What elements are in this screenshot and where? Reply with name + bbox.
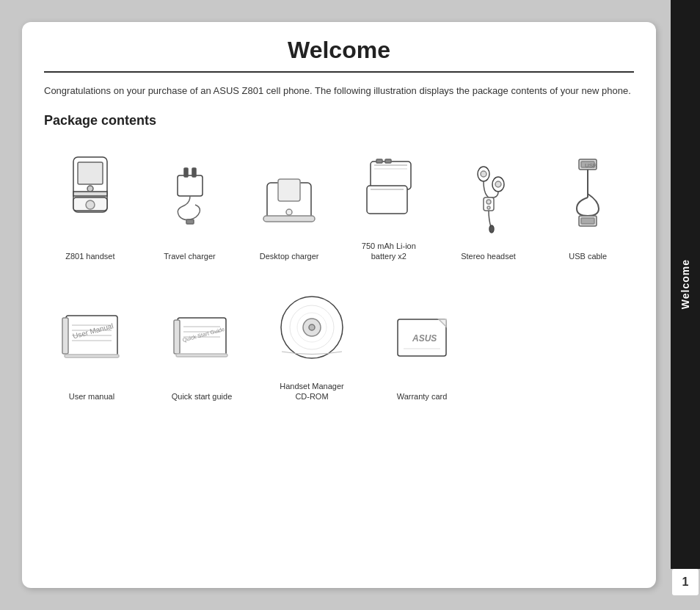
items-row-2: User Manual User manual <box>44 280 634 402</box>
item-label-battery: 750 mAh Li-ionbattery x2 <box>362 241 416 262</box>
page-number-box: 1 <box>672 569 699 595</box>
svg-point-53 <box>309 324 315 330</box>
item-image-z801 <box>44 150 136 245</box>
svg-rect-34 <box>581 218 594 224</box>
item-stereo-headset: Stereo headset <box>442 150 535 261</box>
main-content: Welcome Congratulations on your purchase… <box>0 0 671 610</box>
item-image-usb-cable: USB <box>542 150 634 245</box>
svg-point-14 <box>286 209 292 215</box>
svg-text:USB: USB <box>585 162 597 169</box>
card-inner: Welcome Congratulations on your purchase… <box>22 22 656 443</box>
page-title: Welcome <box>44 37 634 64</box>
item-label-travel-charger: Travel charger <box>164 251 216 261</box>
svg-rect-8 <box>184 168 188 177</box>
svg-point-28 <box>487 206 490 209</box>
item-image-user-manual: User Manual <box>44 290 139 385</box>
svg-rect-20 <box>376 159 382 163</box>
item-cd-rom: Handset ManagerCD-ROM <box>264 280 360 402</box>
svg-point-23 <box>481 171 486 177</box>
svg-rect-50 <box>176 354 227 357</box>
item-image-warranty-card: ASUS <box>374 290 470 385</box>
svg-point-3 <box>87 186 93 192</box>
item-quick-start-guide: Quick Start Guide Quick start guide <box>154 290 249 402</box>
item-z801-handset: Z801 handset <box>44 150 136 261</box>
svg-point-29 <box>489 225 494 233</box>
page-number-area: 1 <box>671 569 700 610</box>
sidebar-tab-label: Welcome <box>679 259 691 309</box>
page-container: Welcome Congratulations on your purchase… <box>0 0 700 610</box>
item-user-manual: User Manual User manual <box>44 290 139 402</box>
item-label-usb-cable: USB cable <box>569 251 607 261</box>
item-travel-charger: Travel charger <box>144 150 236 261</box>
item-desktop-charger: Desktop charger <box>243 150 335 261</box>
svg-rect-45 <box>174 320 180 354</box>
title-section: Welcome <box>44 37 634 73</box>
item-label-z801: Z801 handset <box>65 251 114 261</box>
svg-rect-2 <box>78 162 103 184</box>
item-image-travel-charger <box>144 150 236 245</box>
item-label-desktop-charger: Desktop charger <box>260 251 319 261</box>
svg-rect-10 <box>186 219 194 224</box>
item-image-cd-rom <box>264 280 360 375</box>
item-image-quick-start-guide: Quick Start Guide <box>154 290 249 385</box>
svg-rect-43 <box>65 355 119 357</box>
svg-point-6 <box>86 200 95 209</box>
items-row-1: Z801 handset <box>44 139 634 262</box>
item-image-desktop-charger <box>243 150 335 245</box>
package-contents-title: Package contents <box>44 113 634 128</box>
item-label-stereo-headset: Stereo headset <box>461 251 516 261</box>
svg-text:ASUS: ASUS <box>412 333 437 344</box>
item-label-quick-start-guide: Quick start guide <box>172 391 233 402</box>
item-battery: 750 mAh Li-ionbattery x2 <box>343 139 435 262</box>
item-usb-cable: USB USB cable <box>542 150 634 261</box>
svg-rect-37 <box>62 318 68 354</box>
svg-rect-13 <box>263 216 315 222</box>
svg-point-27 <box>486 200 491 204</box>
item-label-cd-rom: Handset ManagerCD-ROM <box>280 381 343 402</box>
svg-rect-21 <box>385 159 391 163</box>
svg-rect-12 <box>278 179 300 201</box>
white-card: Welcome Congratulations on your purchase… <box>22 22 656 588</box>
item-image-stereo-headset <box>442 150 535 245</box>
item-label-warranty-card: Warranty card <box>397 391 448 402</box>
item-label-user-manual: User manual <box>69 391 114 402</box>
item-image-battery <box>343 139 435 235</box>
svg-rect-1 <box>73 192 107 196</box>
svg-rect-7 <box>178 175 203 196</box>
svg-rect-9 <box>192 168 196 177</box>
sidebar-tab: Welcome <box>671 0 700 569</box>
svg-rect-18 <box>367 186 407 214</box>
item-warranty-card: ASUS Warranty card <box>374 290 470 402</box>
svg-point-25 <box>495 181 501 187</box>
right-column: Welcome 1 <box>671 0 700 610</box>
intro-text: Congratulations on your purchase of an A… <box>44 84 634 98</box>
